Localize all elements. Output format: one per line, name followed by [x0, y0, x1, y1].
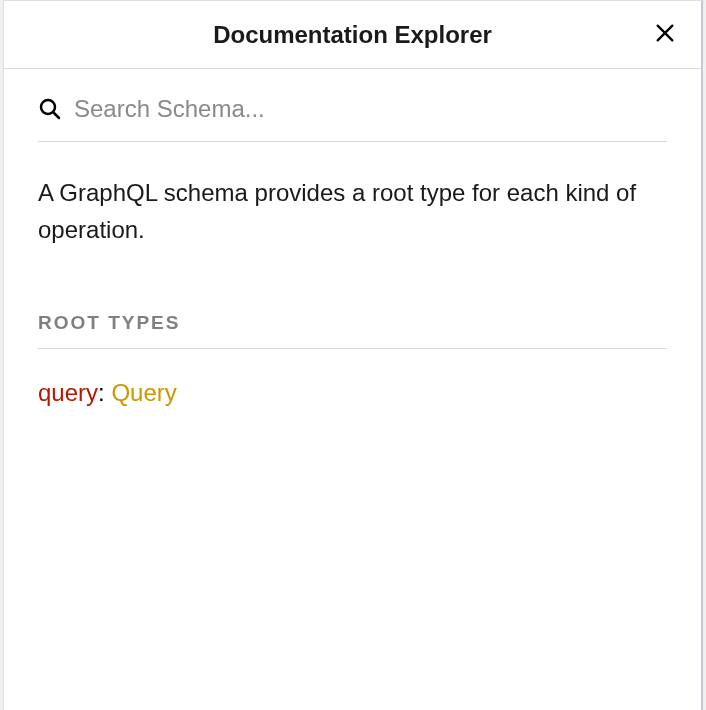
close-icon	[654, 22, 676, 47]
query-type-link[interactable]: Query	[111, 379, 176, 406]
search-row	[38, 69, 667, 142]
panel-title: Documentation Explorer	[213, 21, 492, 49]
separator: :	[98, 379, 111, 406]
search-icon	[38, 97, 62, 121]
panel-header: Documentation Explorer	[4, 1, 701, 69]
documentation-explorer-panel: Documentation Explorer A GraphQL schema …	[3, 0, 703, 710]
search-input[interactable]	[74, 95, 667, 123]
close-button[interactable]	[651, 21, 679, 49]
svg-line-3	[54, 113, 60, 119]
query-keyword: query	[38, 379, 98, 406]
panel-content: A GraphQL schema provides a root type fo…	[4, 69, 701, 407]
schema-description: A GraphQL schema provides a root type fo…	[38, 142, 667, 258]
root-types-header: ROOT TYPES	[38, 312, 667, 349]
root-type-row: query: Query	[38, 349, 667, 407]
